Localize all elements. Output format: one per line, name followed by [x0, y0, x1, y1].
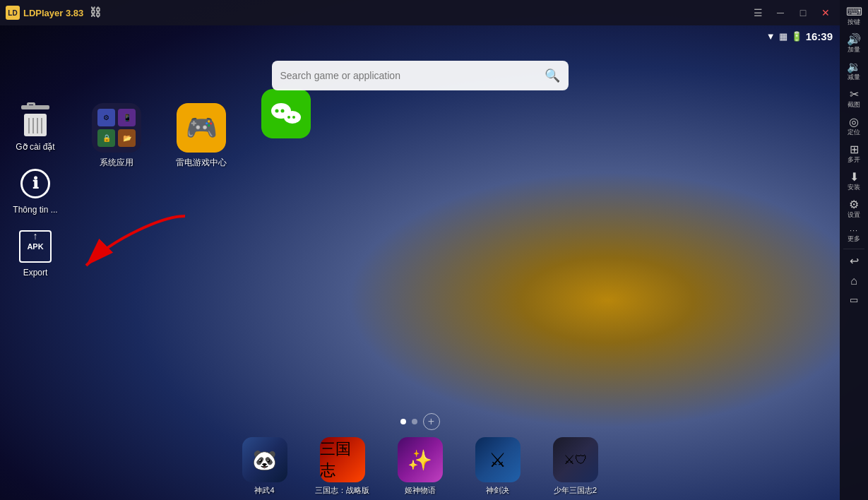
shenjue-inner: ⚔: [475, 437, 521, 482]
sysapp-cell-3: 🔒: [97, 129, 115, 147]
sysapp-cell-4: 📂: [118, 129, 136, 147]
wechat-shape: [261, 89, 311, 138]
dock-app-sanguozhi[interactable]: 三国志 三国志：战略版: [311, 437, 374, 496]
jishen-label: 姬神物语: [405, 485, 436, 496]
gamecenter-icon-img: 🎮: [177, 103, 226, 153]
gamecenter-icon[interactable]: 🎮 雷电游戏中心: [170, 103, 233, 169]
dock-dot-2[interactable]: [412, 419, 417, 424]
menu-button[interactable]: ☰: [749, 4, 766, 21]
emulator-screen: ▼ ▦ 🔋 16:39 🔍 Gỡ cà: [0, 25, 840, 500]
dock-app-shaoniansanguozhi[interactable]: ⚔🛡 少年三国志2: [544, 437, 607, 496]
sidebar-location-button[interactable]: ◎ 定位: [841, 113, 867, 139]
shenjue-icon-img: ⚔: [475, 437, 521, 482]
searchbar-wrap: 🔍: [272, 61, 569, 90]
shenjue-label: 神剑决: [486, 485, 509, 496]
sidebar-more-button[interactable]: ··· 更多: [841, 223, 867, 246]
link-icon: ⛓: [90, 6, 101, 19]
jishen-inner: ✨: [398, 437, 443, 482]
vol-up-label: 加量: [848, 47, 860, 53]
export-apk-icon[interactable]: APK ↑ Export: [7, 229, 64, 278]
sysapp-grid: ⚙ 📱 🔒 📂: [92, 103, 141, 153]
trash-icon-shape: [18, 103, 53, 138]
statusbar-time: 16:39: [806, 30, 833, 42]
signal-icon: ▦: [779, 31, 787, 42]
svg-point-4: [287, 116, 290, 119]
dock-dot-1[interactable]: [400, 419, 406, 424]
info-circle: ℹ: [20, 169, 50, 198]
svg-point-5: [292, 116, 295, 119]
apk-box-shape: APK ↑: [18, 229, 53, 264]
searchbar[interactable]: 🔍: [272, 61, 569, 90]
keyboard-label: 按键: [848, 19, 860, 25]
sidebar-settings-button[interactable]: ⚙ 设置: [841, 196, 867, 222]
jishen-icon-img: ✨: [398, 437, 443, 482]
info-icon[interactable]: ℹ Thông tin ...: [7, 166, 64, 215]
center-icons: ⚙ 📱 🔒 📂 系统应用 🎮 雷电游戏中心: [85, 103, 318, 169]
sysapp-cell-1: ⚙: [97, 109, 115, 126]
close-button[interactable]: ✕: [817, 4, 834, 21]
statusbar: ▼ ▦ 🔋 16:39: [0, 25, 840, 47]
apk-upload-icon: ↑: [33, 230, 38, 242]
shaoniansanguozhi-label: 少年三国志2: [554, 485, 597, 496]
trash-lid: [21, 105, 49, 109]
sidebar-back-button[interactable]: ↩: [841, 252, 867, 270]
location-label: 定位: [848, 129, 860, 136]
titlebar-title: LDPlayer 3.83: [23, 8, 83, 18]
dock-app-shenwu4[interactable]: 🐼 神武4: [233, 437, 297, 496]
search-icon[interactable]: 🔍: [545, 68, 560, 83]
screenshot-label: 截图: [848, 102, 860, 108]
vol-down-label: 减量: [848, 74, 860, 81]
dock-app-jishen[interactable]: ✨ 姬神物语: [388, 437, 452, 496]
export-label: Export: [23, 268, 48, 278]
vol-down-icon: 🔉: [847, 61, 861, 73]
search-input[interactable]: [280, 70, 539, 81]
sidebar-home-button[interactable]: ⌂: [841, 272, 867, 290]
screenshot-icon: ✂: [850, 89, 859, 100]
keyboard-icon: ⌨: [846, 6, 862, 18]
shaoniansanguozhi-inner: ⚔🛡: [553, 437, 598, 482]
sysapp-label: 系统应用: [100, 157, 133, 169]
info-icon-shape: ℹ: [18, 166, 53, 201]
sidebar-volup-button[interactable]: 🔊 加量: [841, 30, 867, 56]
sidebar-screenshot-button[interactable]: ✂ 截图: [841, 85, 867, 112]
sidebar-install-button[interactable]: ⬇ 安装: [841, 168, 867, 194]
settings-icon: ⚙: [849, 199, 859, 210]
trash-body: [24, 114, 47, 136]
wifi-icon: ▼: [766, 31, 775, 42]
logo-icon: LD: [6, 6, 20, 20]
red-arrow: [58, 202, 199, 287]
sanguozhi-inner: 三国志: [320, 437, 365, 482]
uninstall-icon[interactable]: Gỡ cài đặt: [7, 103, 64, 152]
titlebar: LD LDPlayer 3.83 ⛓ ☰ ─ □ ✕: [0, 0, 840, 25]
minimize-button[interactable]: ─: [772, 4, 789, 21]
recents-icon: ▭: [850, 295, 858, 304]
dock-dots: +: [400, 413, 440, 430]
sidebar-multiopen-button[interactable]: ⊞ 多开: [841, 141, 867, 167]
dock-app-shenjue[interactable]: ⚔ 神剑决: [466, 437, 530, 496]
back-icon: ↩: [850, 256, 859, 267]
left-icons: Gỡ cài đặt ℹ Thông tin ... APK ↑ Export: [7, 103, 64, 292]
wechat-svg: [268, 100, 304, 128]
maximize-button[interactable]: □: [795, 4, 811, 21]
sanguozhi-label: 三国志：战略版: [315, 485, 369, 496]
sanguozhi-icon-img: 三国志: [320, 437, 365, 482]
dock-apps: 🐼 神武4 三国志 三国志：战略版 ✨ 姬神物语 ⚔ 神剑: [233, 437, 607, 496]
sidebar-divider: [843, 249, 864, 249]
dock-add-page[interactable]: +: [423, 413, 440, 430]
shenwu4-label: 神武4: [254, 485, 274, 496]
home-icon: ⌂: [850, 275, 857, 287]
sysapp-icon[interactable]: ⚙ 📱 🔒 📂 系统应用: [85, 103, 148, 169]
sysapp-icon-img: ⚙ 📱 🔒 📂: [92, 103, 141, 153]
sidebar-recents-button[interactable]: ▭: [841, 292, 867, 308]
sidebar-keyboard-button[interactable]: ⌨ 按键: [841, 3, 867, 29]
apk-box: APK ↑: [19, 230, 52, 263]
vol-up-icon: 🔊: [847, 34, 861, 45]
wechat-icon[interactable]: [254, 89, 318, 169]
wechat-icon-img: [261, 89, 311, 138]
more-icon: ···: [850, 227, 858, 234]
shaoniansanguozhi-icon-img: ⚔🛡: [553, 437, 598, 482]
titlebar-logo: LD LDPlayer 3.83 ⛓: [6, 6, 101, 20]
sidebar-voldown-button[interactable]: 🔉 减量: [841, 58, 867, 84]
info-label: Thông tin ...: [13, 205, 57, 215]
more-label: 更多: [848, 236, 860, 242]
